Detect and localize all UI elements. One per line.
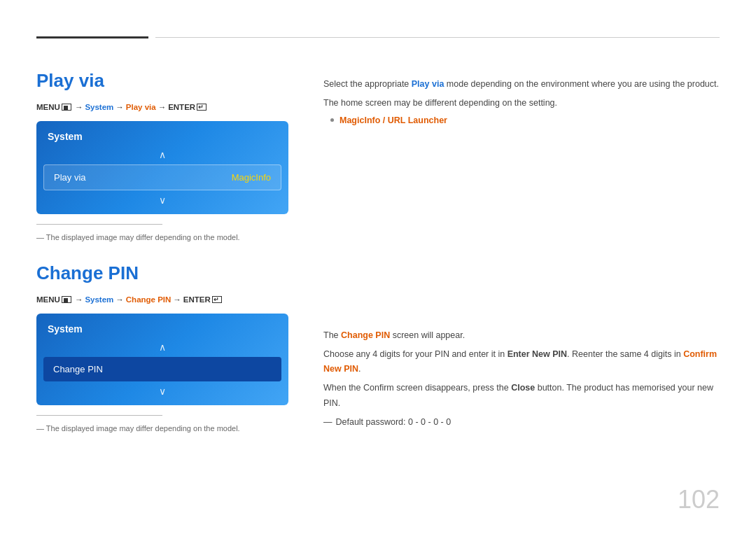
play-via-bullet: MagicInfo / URL Launcher — [330, 115, 720, 125]
play-via-right-content: Select the appropriate Play via mode dep… — [323, 77, 720, 125]
change-pin-section: Change PIN MENU → System → Change PIN → … — [36, 262, 288, 433]
change-pin-divider — [36, 415, 162, 416]
system-path-label-2: System — [85, 295, 113, 304]
chevron-down-icon-2: ∨ — [36, 384, 288, 398]
play-via-row-value: MagicInfo — [232, 172, 271, 183]
change-pin-note: The displayed image may differ depending… — [36, 424, 288, 433]
menu-icon — [62, 104, 71, 111]
bullet-text: MagicInfo / URL Launcher — [340, 115, 447, 125]
play-via-system-box: System ∧ Play via MagicInfo ∨ — [36, 121, 288, 214]
page-number: 102 — [678, 485, 720, 514]
change-pin-title: Change PIN — [36, 262, 288, 284]
chevron-up-icon-2: ∧ — [36, 340, 288, 354]
change-pin-right-content: The Change PIN screen will appear. Choos… — [323, 328, 720, 430]
menu-label-2: MENU — [36, 295, 60, 304]
play-via-row-label: Play via — [54, 172, 86, 183]
change-pin-desc-3: When the Confirm screen disappears, pres… — [323, 381, 720, 411]
top-divider — [36, 36, 720, 38]
play-via-row[interactable]: Play via MagicInfo — [43, 164, 281, 190]
play-via-desc-1: Select the appropriate Play via mode dep… — [323, 77, 720, 92]
menu-label: MENU — [36, 103, 60, 111]
system-box-title-1: System — [36, 128, 288, 148]
play-via-title: Play via — [36, 70, 288, 92]
enter-icon — [197, 104, 206, 111]
play-via-path-label: Play via — [126, 103, 156, 111]
change-pin-row-label: Change PIN — [53, 364, 103, 374]
change-pin-default: ― Default password: 0 - 0 - 0 - 0 — [323, 415, 720, 430]
play-via-section: Play via MENU → System → Play via → ENTE… — [36, 70, 288, 241]
change-pin-desc-2: Choose any 4 digits for your PIN and ent… — [323, 347, 720, 377]
enter-path-label: ENTER — [168, 103, 195, 111]
enter-icon-2 — [212, 296, 222, 303]
change-pin-row[interactable]: Change PIN — [43, 357, 281, 381]
enter-path-label-2: ENTER — [183, 295, 211, 304]
change-pin-desc-1: The Change PIN screen will appear. — [323, 328, 720, 343]
play-via-divider — [36, 224, 162, 225]
change-pin-path-label: Change PIN — [126, 295, 172, 304]
play-via-note: The displayed image may differ depending… — [36, 233, 288, 241]
bullet-dot — [330, 118, 334, 122]
chevron-up-icon-1: ∧ — [36, 148, 288, 162]
play-via-desc-2: The home screen may be different dependi… — [323, 96, 720, 111]
play-via-menu-path: MENU → System → Play via → ENTER — [36, 103, 288, 111]
chevron-down-icon-1: ∨ — [36, 193, 288, 207]
menu-icon-2 — [62, 296, 71, 303]
change-pin-system-box: System ∧ Change PIN ∨ — [36, 314, 288, 405]
change-pin-menu-path: MENU → System → Change PIN → ENTER — [36, 295, 288, 304]
system-box-title-2: System — [36, 321, 288, 340]
system-path-label: System — [85, 103, 113, 111]
